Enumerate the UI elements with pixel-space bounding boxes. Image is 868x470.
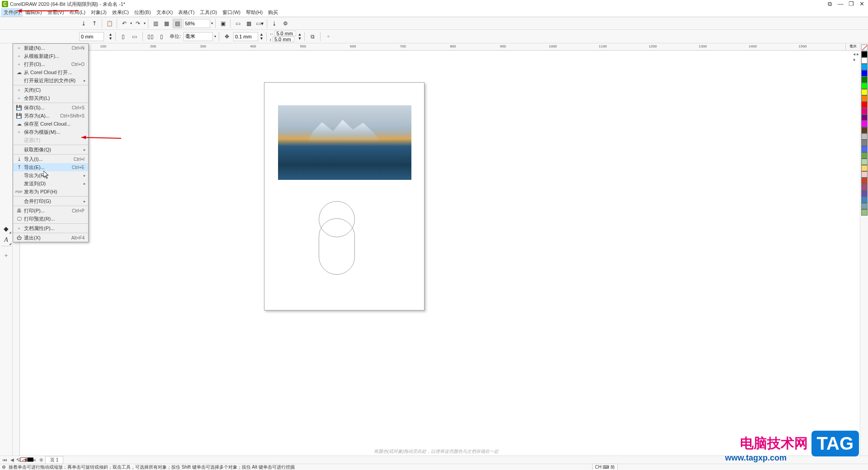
color-swatch[interactable] [861,70,868,76]
ruler-horizontal[interactable]: 100 200 300 400 500 600 700 800 900 1000… [20,43,853,51]
menu-save-cloud[interactable]: ☁保存至 Corel Cloud... [13,120,88,128]
color-swatch[interactable] [861,171,868,178]
canvas-viewport[interactable]: 将颜色(或对象)拖动至此处，以便将这些颜色与文档存储在一起 [20,51,853,456]
no-fill-swatch[interactable] [861,44,868,51]
add-icon[interactable]: + [323,32,333,42]
outline-swatch[interactable] [27,457,33,462]
menu-close[interactable]: ▫关闭(C) [13,86,88,94]
redo-icon[interactable]: ↷ [133,19,143,28]
undo-icon[interactable]: ↶ [119,19,129,28]
menu-new[interactable]: ▫新建(N)...Ctrl+N [13,44,88,52]
menu-effects[interactable]: 效果(C) [109,8,132,17]
menu-buy[interactable]: 购买 [265,8,281,17]
color-swatch[interactable] [861,209,868,216]
color-swatch[interactable] [861,165,868,171]
tool-add[interactable]: + [1,250,12,261]
nav-arrows[interactable]: ◂ ▸▴ [853,52,859,61]
color-swatch[interactable] [861,114,868,121]
color-swatch[interactable] [861,197,868,203]
menu-print[interactable]: 🖶打印(P)...Ctrl+P [13,207,88,215]
color-swatch[interactable] [861,108,868,114]
color-swatch[interactable] [861,102,868,108]
page-tab[interactable]: 页 1 [45,456,63,464]
menu-view[interactable]: 查看(V) [45,8,67,17]
color-swatch[interactable] [861,95,868,102]
menu-help[interactable]: 帮助(H) [243,8,265,17]
popout-icon[interactable]: ⧉ [826,0,835,8]
tool-text[interactable]: A◢ [1,235,12,245]
menu-open-cloud[interactable]: ☁从 Corel Cloud 打开... [13,68,88,76]
orient-landscape-icon[interactable]: ▭ [130,32,140,42]
ellipse-shape[interactable] [319,201,355,237]
bounding-icon[interactable]: ⧉ [307,32,317,42]
snap-a-icon[interactable]: ▥ [151,19,160,28]
color-swatch[interactable] [861,140,868,146]
menu-text[interactable]: 文本(X) [154,8,176,17]
color-swatch[interactable] [861,64,868,70]
fullscreen-icon[interactable]: ▣ [218,19,228,28]
menu-send-to[interactable]: 发送到(D)▸ [13,179,88,188]
pos-x-field[interactable] [79,32,107,41]
page-first-icon[interactable]: ⏮ [2,457,8,462]
import-icon[interactable]: ⤓ [79,19,89,28]
menu-import[interactable]: ⤓导入(I)...Ctrl+I [13,155,88,163]
orient-portrait-icon[interactable]: ▯ [118,32,128,42]
color-swatch[interactable] [861,152,868,159]
menu-open[interactable]: ▫打开(O)...Ctrl+O [13,60,88,68]
color-swatch[interactable] [861,133,868,140]
menu-close-all[interactable]: ▫全部关闭(L) [13,94,88,102]
menu-edit[interactable]: 编辑(E) [23,8,45,17]
menu-save[interactable]: 💾保存(S)...Ctrl+S [13,103,88,112]
minimize-icon[interactable]: — [836,0,845,7]
menu-acquire-image[interactable]: 获取图像(Q)▸ [13,146,88,154]
menu-bitmap[interactable]: 位图(B) [132,8,154,17]
menu-object[interactable]: 对象(J) [88,8,109,17]
zoom-input[interactable] [183,19,210,28]
snap-c-icon[interactable]: ▤ [172,19,182,28]
menu-new-template[interactable]: ▫从模板新建(F)... [13,52,88,60]
launch-icon[interactable]: ⭳ [269,19,279,28]
color-swatch[interactable] [861,76,868,83]
gear-icon[interactable]: ⚙ [2,465,6,470]
color-swatch[interactable] [861,184,868,190]
menu-export-as[interactable]: 导出为(R)▸ [13,171,88,179]
menu-merge-print[interactable]: 合并打印(G)▸ [13,197,88,205]
color-swatch[interactable] [861,178,868,184]
color-swatch[interactable] [861,51,868,57]
unit-select[interactable] [184,32,213,41]
bitmap-image[interactable] [278,105,411,180]
ime-indicator[interactable]: CH ⌨ 简 [592,464,618,470]
menu-tools[interactable]: 工具(O) [197,8,220,17]
color-swatch[interactable] [861,159,868,165]
menu-window[interactable]: 窗口(W) [220,8,243,17]
color-swatch[interactable] [861,83,868,89]
page-all-icon[interactable]: ▯▯ [146,32,156,42]
close-icon[interactable]: ✕ [857,0,866,7]
menu-print-preview[interactable]: 🖵打印预览(R)... [13,215,88,223]
menu-export[interactable]: ⤒导出(E)...Ctrl+E [13,163,88,171]
export-icon[interactable]: ⤒ [90,19,99,28]
tool-interactive-fill[interactable]: ◆◢ [1,223,12,234]
color-swatch[interactable] [861,203,868,209]
fill-swatch[interactable] [20,457,27,462]
menu-file[interactable]: 文件(F) [1,8,23,17]
dup-x-input[interactable] [274,31,296,36]
menu-layout[interactable]: 布局(L) [66,8,88,17]
color-swatch[interactable] [861,121,868,127]
menu-publish-pdf[interactable]: PDF发布为 PDF(H) [13,188,88,196]
menu-save-as[interactable]: 💾另存为(A)...Ctrl+Shift+S [13,112,88,120]
dup-y-input[interactable] [273,37,294,42]
menu-recent[interactable]: 打开最近用过的文件(R)▸ [13,76,88,85]
nudge-input[interactable] [233,32,258,41]
document-page[interactable] [264,82,425,310]
color-swatch[interactable] [861,127,868,133]
menu-save-template[interactable]: ▫保存为模版(M)... [13,128,88,136]
options-dropdown-icon[interactable]: ▭▾ [255,19,264,28]
page-add-icon[interactable]: ⊕ [38,457,44,462]
color-swatch[interactable] [861,57,868,64]
align-icon[interactable]: ▭ [233,19,243,28]
menu-exit[interactable]: ⏻退出(X)Alt+F4 [13,234,88,242]
menu-table[interactable]: 表格(T) [175,8,197,17]
snap-b-icon[interactable]: ▦ [161,19,171,28]
grid-icon[interactable]: ▦ [244,19,254,28]
